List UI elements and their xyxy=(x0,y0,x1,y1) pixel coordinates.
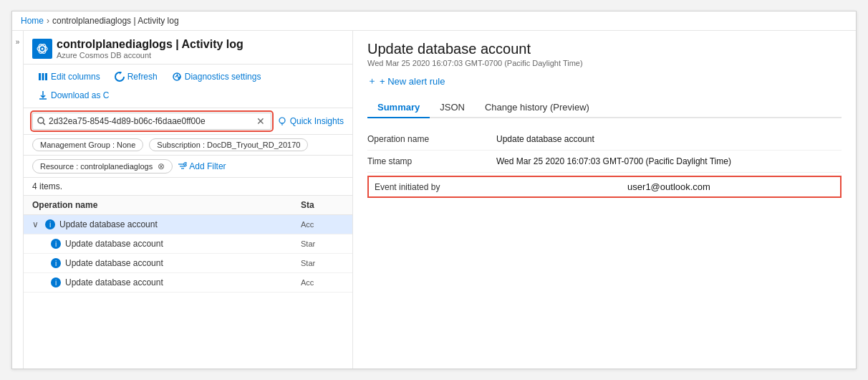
info-icon: i xyxy=(51,258,61,268)
download-button[interactable]: Download as C xyxy=(32,87,115,103)
chevron-left-icon: » xyxy=(16,38,20,46)
detail-label: Operation name xyxy=(367,134,496,144)
panel-header: controlplanediaglogs | Activity log Azur… xyxy=(24,31,352,65)
detail-label: Event initiated by xyxy=(375,182,503,192)
page-title: controlplanediaglogs | Activity log xyxy=(57,38,243,51)
refresh-button[interactable]: Refresh xyxy=(109,69,163,85)
edit-columns-button[interactable]: Edit columns xyxy=(32,69,106,85)
svg-point-8 xyxy=(38,118,44,123)
download-icon xyxy=(38,90,48,100)
main-container: Home › controlplanediaglogs | Activity l… xyxy=(11,11,857,369)
col-status-header: Sta xyxy=(301,200,344,210)
breadcrumb-current: controlplanediaglogs | Activity log xyxy=(52,16,179,26)
table-header: Operation name Sta xyxy=(24,196,352,215)
detail-row-operation: Operation name Update database account xyxy=(367,128,842,151)
subscription-filter[interactable]: Subscription : DocDB_Tryout_RD_20170 xyxy=(149,138,308,151)
refresh-icon xyxy=(115,72,125,82)
operation-name: Update database account xyxy=(65,277,301,288)
search-input[interactable] xyxy=(49,116,255,126)
expand-icon: ∨ xyxy=(32,219,42,229)
detail-label: Time stamp xyxy=(367,156,496,166)
detail-table: Operation name Update database account T… xyxy=(367,128,842,201)
svg-point-10 xyxy=(279,118,285,123)
new-alert-link[interactable]: ＋ + New alert rule xyxy=(367,75,842,87)
row-status: Acc xyxy=(301,278,344,287)
cosmos-db-svg xyxy=(37,43,48,54)
svg-rect-6 xyxy=(45,73,47,80)
tab-json[interactable]: JSON xyxy=(430,98,475,118)
svg-line-9 xyxy=(43,123,45,125)
search-clear-button[interactable]: ✕ xyxy=(255,115,266,127)
detail-value: user1@outlook.com xyxy=(503,181,834,192)
operation-name: Update database account xyxy=(65,239,301,249)
items-count: 4 items. xyxy=(24,178,352,196)
filters-row: Management Group : None Subscription : D… xyxy=(24,135,352,156)
svg-point-3 xyxy=(42,48,44,50)
toolbar: Edit columns Refresh Diagnostics setting… xyxy=(24,65,352,108)
row-status: Star xyxy=(301,239,344,248)
table-row[interactable]: i Update database account Acc xyxy=(24,273,352,293)
table-row[interactable]: i Update database account Star xyxy=(24,254,352,273)
tabs-row: Summary JSON Change history (Preview) xyxy=(367,98,842,118)
resource-filter[interactable]: Resource : controlplanediaglogs ⊗ xyxy=(32,159,173,174)
right-panel: Update database account Wed Mar 25 2020 … xyxy=(353,31,856,369)
sidebar-toggle[interactable]: » xyxy=(12,31,24,369)
detail-subtitle: Wed Mar 25 2020 16:07:03 GMT-0700 (Pacif… xyxy=(367,59,842,67)
breadcrumb: Home › controlplanediaglogs | Activity l… xyxy=(12,11,856,31)
add-filter-button[interactable]: Add Filter xyxy=(178,161,226,171)
table-row[interactable]: ∨ i Update database account Acc xyxy=(24,215,352,234)
breadcrumb-home[interactable]: Home xyxy=(21,16,44,26)
tab-change-history[interactable]: Change history (Preview) xyxy=(475,98,599,118)
info-icon: i xyxy=(51,277,61,288)
col-op-header: Operation name xyxy=(32,200,301,210)
operation-name: Update database account xyxy=(59,219,301,229)
left-panel: controlplanediaglogs | Activity log Azur… xyxy=(24,31,353,369)
tab-summary[interactable]: Summary xyxy=(367,98,430,118)
svg-rect-4 xyxy=(39,73,41,80)
plus-icon: ＋ xyxy=(367,75,377,87)
quick-insights-button[interactable]: Quick Insights xyxy=(277,116,344,126)
operation-name: Update database account xyxy=(65,258,301,268)
page-subtitle: Azure Cosmos DB account xyxy=(57,51,243,60)
content-area: » controlplanediaglogs | Activity log Az… xyxy=(12,31,856,369)
log-table: Operation name Sta ∨ i Update database a… xyxy=(24,196,352,369)
filters-row-2: Resource : controlplanediaglogs ⊗ Add Fi… xyxy=(24,156,352,178)
detail-row-initiated-by: Event initiated by user1@outlook.com xyxy=(367,176,842,198)
cosmos-db-icon xyxy=(32,39,52,59)
search-icon xyxy=(37,117,46,125)
diagnostics-button[interactable]: Diagnostics settings xyxy=(166,69,267,85)
detail-title: Update database account xyxy=(367,41,842,57)
columns-icon xyxy=(38,72,48,82)
diagnostics-icon xyxy=(172,72,182,82)
info-icon: i xyxy=(51,239,61,249)
info-icon: i xyxy=(45,219,55,229)
header-titles: controlplanediaglogs | Activity log Azur… xyxy=(57,38,243,60)
row-status: Star xyxy=(301,259,344,267)
breadcrumb-separator: › xyxy=(47,16,49,26)
detail-value: Wed Mar 25 2020 16:07:03 GMT-0700 (Pacif… xyxy=(496,156,842,166)
lightbulb-icon xyxy=(277,116,287,126)
filter-add-icon xyxy=(178,162,187,171)
table-row[interactable]: i Update database account Star xyxy=(24,234,352,254)
detail-value: Update database account xyxy=(496,134,842,144)
search-row: ✕ Quick Insights xyxy=(24,108,352,135)
resource-filter-remove[interactable]: ⊗ xyxy=(158,161,165,171)
management-group-filter[interactable]: Management Group : None xyxy=(32,138,143,151)
svg-rect-5 xyxy=(42,73,44,80)
row-status: Acc xyxy=(301,220,344,229)
detail-row-timestamp: Time stamp Wed Mar 25 2020 16:07:03 GMT-… xyxy=(367,151,842,173)
search-box: ✕ xyxy=(32,113,271,130)
